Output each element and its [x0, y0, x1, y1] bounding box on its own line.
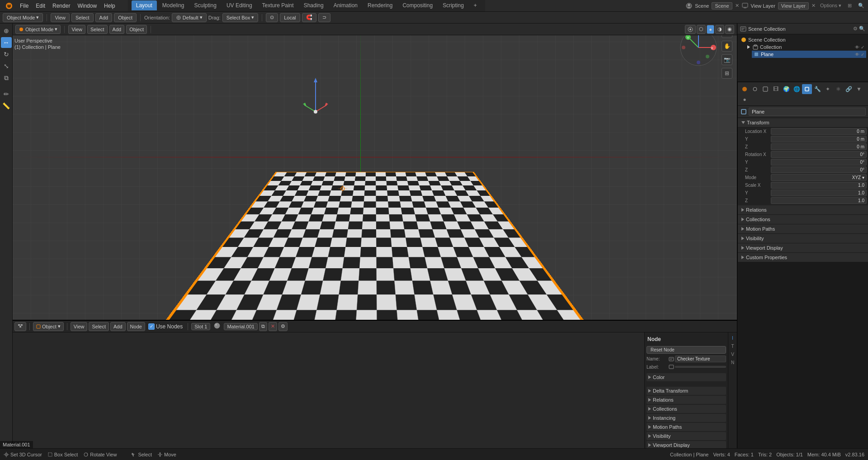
node-color-header[interactable]: Color — [646, 373, 726, 381]
grid-icon[interactable]: ⊞ — [848, 3, 852, 8]
collection-select-icon[interactable]: ✓ — [861, 45, 864, 50]
prop-world-icon[interactable]: 🌐 — [792, 84, 802, 94]
ne-select-menu[interactable]: Select — [89, 322, 109, 331]
ortho-btn[interactable]: ⊞ — [722, 68, 732, 79]
prop-scene-settings[interactable] — [750, 84, 760, 94]
viewport-overlay-btn[interactable] — [685, 25, 696, 34]
outliner-collection[interactable]: Collection 👁 ✓ — [745, 43, 866, 51]
collections-section[interactable]: Collections — [646, 405, 726, 413]
plane-eye-icon[interactable]: 👁 — [855, 52, 859, 57]
node-strip-item[interactable]: I — [729, 334, 736, 341]
outliner-filter-icon[interactable]: ⚙ — [853, 26, 858, 32]
ne-add-menu[interactable]: Add — [110, 322, 126, 331]
rotation-mode-value[interactable]: XYZ ▾ — [771, 174, 867, 181]
collections-header[interactable]: Collections — [738, 215, 868, 224]
ne-node-menu[interactable]: Node — [127, 322, 145, 331]
instancing-section[interactable]: Instancing — [646, 414, 726, 422]
prop-output-icon[interactable] — [760, 84, 770, 94]
prop-constraints-icon[interactable]: 🔗 — [844, 84, 854, 94]
scale-z-value[interactable]: 1.0 — [771, 197, 867, 204]
prop-particles-icon[interactable]: ✦ — [823, 84, 833, 94]
node-canvas[interactable]: Texture Coordinate Generated Normal — [13, 332, 644, 448]
checker-plane-object[interactable] — [132, 172, 618, 320]
blender-logo[interactable] — [2, 0, 16, 11]
vp-view-menu[interactable]: View — [68, 25, 85, 34]
prop-object-icon[interactable] — [802, 84, 812, 94]
motion-paths-header[interactable]: Motion Paths — [738, 224, 868, 234]
ne-view-menu[interactable]: View — [71, 322, 88, 331]
node-label-input[interactable] — [675, 366, 726, 368]
orientation-selector[interactable]: Default ▾ — [172, 13, 207, 22]
scale-y-value[interactable]: 1.0 — [771, 190, 867, 196]
node-strip-tool[interactable]: T — [729, 342, 736, 350]
transform-gizmo[interactable] — [302, 76, 329, 122]
camera-btn[interactable]: 📷 — [722, 54, 732, 65]
rotation-z-value[interactable]: 0° — [771, 166, 867, 173]
custom-properties-header[interactable]: Custom Properties — [738, 253, 868, 262]
menu-edit[interactable]: Edit — [32, 0, 49, 11]
location-z-value[interactable]: 0 m — [771, 143, 867, 150]
viewport-area[interactable]: Object Mode ▾ View Select Add Object ⬡ — [13, 24, 737, 320]
prop-scene-obj-icon[interactable]: 🌍 — [781, 84, 791, 94]
close-icon[interactable]: ✕ — [735, 3, 739, 9]
viewport-display-section[interactable]: Viewport Display — [646, 441, 726, 448]
tab-compositing[interactable]: Compositing — [398, 0, 437, 10]
rotation-x-value[interactable]: 0° — [771, 151, 867, 158]
ne-copy-material[interactable]: ⧉ — [259, 322, 267, 331]
pivot-btn[interactable]: ⊙ — [266, 13, 278, 22]
relations-section[interactable]: Relations — [646, 396, 726, 404]
prop-modifier-icon[interactable]: 🔧 — [812, 84, 822, 94]
ne-delete-material[interactable]: ✕ — [269, 322, 277, 331]
outliner-plane[interactable]: Plane 👁 ✓ — [752, 51, 866, 58]
location-y-value[interactable]: 0 m — [771, 136, 867, 142]
object-name-input[interactable]: Plane — [749, 108, 866, 116]
options-btn[interactable]: Options ▾ — [818, 3, 843, 9]
view-menu[interactable]: View — [51, 13, 70, 22]
use-nodes-toggle[interactable]: ✓ Use Nodes — [146, 323, 184, 330]
menu-help[interactable]: Help — [100, 0, 119, 11]
tab-add[interactable]: + — [469, 0, 481, 10]
use-nodes-checkbox[interactable]: ✓ — [148, 323, 155, 330]
menu-render[interactable]: Render — [49, 0, 74, 11]
rotate-tool[interactable]: ↻ — [1, 49, 12, 60]
scale-tool[interactable]: ⤡ — [1, 61, 12, 71]
cursor-tool[interactable]: ⊕ — [1, 25, 12, 36]
vp-mode-btn[interactable]: Object Mode ▾ — [15, 25, 61, 34]
vp-select-menu[interactable]: Select — [87, 25, 108, 34]
visibility-header[interactable]: Visibility — [738, 234, 868, 243]
view-layer-value[interactable]: View Layer — [778, 2, 809, 9]
rotation-y-value[interactable]: 0° — [771, 159, 867, 166]
global-btn[interactable]: Local — [280, 13, 300, 22]
relations-header[interactable]: Relations — [738, 205, 868, 215]
vp-add-menu[interactable]: Add — [109, 25, 125, 34]
transform-header[interactable]: Transform — [738, 118, 868, 128]
reset-node-btn[interactable]: Reset Node — [646, 346, 726, 354]
tab-sculpting[interactable]: Sculpting — [190, 0, 221, 10]
close-icon-2[interactable]: ✕ — [811, 3, 816, 9]
node-editor-type-btn[interactable] — [14, 322, 26, 331]
material-icon-btn[interactable] — [212, 322, 222, 331]
tab-texture-paint[interactable]: Texture Paint — [258, 0, 298, 10]
delta-transform-section[interactable]: Delta Transform — [646, 387, 726, 395]
proportional-btn[interactable]: ⊃ — [318, 13, 330, 22]
outliner-scene-collection[interactable]: Scene Collection — [739, 36, 866, 43]
prop-data-icon[interactable]: ▼ — [854, 84, 864, 94]
collection-eye-icon[interactable]: 👁 — [855, 45, 859, 50]
viewport-shading-rendered[interactable]: ◉ — [725, 25, 734, 34]
ne-slot-selector[interactable]: Slot 1 — [191, 323, 210, 330]
tab-rendering[interactable]: Rendering — [363, 0, 397, 10]
select-menu[interactable]: Select — [71, 13, 94, 22]
transform-tool[interactable]: ⧉ — [1, 72, 12, 83]
menu-file[interactable]: File — [16, 0, 32, 11]
object-menu[interactable]: Object — [114, 13, 137, 22]
ne-extra-btn[interactable]: ⚙ — [278, 322, 288, 331]
tab-layout[interactable]: Layout — [132, 0, 157, 10]
tab-scripting[interactable]: Scripting — [438, 0, 468, 10]
viewport-display-header[interactable]: Viewport Display — [738, 243, 868, 253]
plane-select-icon[interactable]: ✓ — [861, 52, 864, 57]
viewport-shading-solid[interactable]: ● — [707, 25, 714, 34]
outliner-search-icon[interactable]: 🔍 — [859, 26, 865, 32]
prop-view-layer-icon[interactable]: 🎞 — [771, 84, 781, 94]
ne-material-name[interactable]: Material.001 — [224, 323, 258, 330]
prop-scene-icon[interactable] — [740, 84, 750, 94]
